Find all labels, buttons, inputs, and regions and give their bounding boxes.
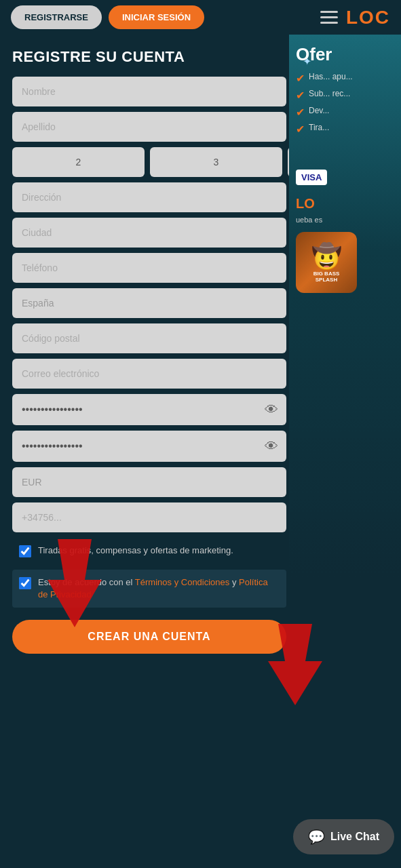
city-input[interactable]	[12, 218, 286, 248]
marketing-label: Tiradas gratis, compensas y ofertas de m…	[38, 545, 233, 557]
address-input[interactable]	[12, 182, 286, 212]
offer-item-3: ✔ Dev...	[296, 106, 394, 119]
surname-input[interactable]	[12, 112, 286, 142]
offer-text-1: Has... apu...	[309, 72, 353, 81]
terms-checkbox-row: Estoy de acuerdo con el Términos y Condi…	[12, 570, 286, 608]
live-chat-button[interactable]: 💬 Live Chat	[293, 819, 394, 854]
phone-input[interactable]	[12, 253, 286, 283]
game-thumb-label: BIG BASSSPLASH	[311, 271, 342, 283]
offer-item-2: ✔ Sub... rec...	[296, 89, 394, 102]
main-container: REGISTRE SU CUENTA 👁 👁 Tiradas gratis, c…	[0, 35, 401, 667]
offer-title: Ofer	[296, 44, 394, 65]
check-icon-3: ✔	[296, 106, 305, 119]
month-input[interactable]	[150, 147, 282, 177]
promo-input[interactable]	[12, 502, 286, 532]
confirm-password-toggle-icon[interactable]: 👁	[265, 439, 278, 454]
offer-text-4: Tira...	[309, 123, 329, 132]
check-icon-4: ✔	[296, 123, 305, 136]
password-field-container: 👁	[12, 394, 286, 425]
password-toggle-icon[interactable]: 👁	[265, 402, 278, 418]
offer-text-3: Dev...	[309, 106, 329, 115]
game-thumbnail[interactable]: 🤠 BIG BASSSPLASH	[296, 232, 357, 293]
payment-area: VISA	[289, 163, 401, 192]
offer-item-4: ✔ Tira...	[296, 123, 394, 136]
header-right: LOC	[320, 7, 390, 28]
header-buttons: REGISTRARSE INICIAR SESIÓN	[11, 5, 204, 29]
postal-input[interactable]	[12, 323, 286, 353]
promo-title: LO	[289, 192, 401, 216]
visa-badge: VISA	[296, 170, 327, 185]
check-icon-2: ✔	[296, 89, 305, 102]
confirm-password-input[interactable]	[12, 431, 286, 462]
date-row	[12, 147, 286, 177]
create-account-button[interactable]: CREAR UNA CUENTA	[12, 620, 286, 654]
login-button[interactable]: INICIAR SESIÓN	[109, 5, 204, 29]
terms-link[interactable]: Términos y Condiciones	[135, 577, 229, 587]
hamburger-menu[interactable]	[320, 11, 338, 24]
password-input[interactable]	[12, 394, 286, 425]
logo: LOC	[346, 7, 390, 28]
registration-form: REGISTRE SU CUENTA 👁 👁 Tiradas gratis, c…	[0, 35, 299, 667]
marketing-checkbox[interactable]	[19, 545, 31, 557]
live-chat-label: Live Chat	[330, 831, 379, 843]
right-panel: ✦ Ofer ✔ Has... apu... ✔ Sub... rec... ✔…	[289, 35, 401, 577]
terms-checkbox[interactable]	[19, 577, 31, 589]
check-icon-1: ✔	[296, 72, 305, 85]
currency-input[interactable]	[12, 467, 286, 497]
chat-icon: 💬	[308, 829, 325, 845]
offer-text-2: Sub... rec...	[309, 89, 350, 98]
terms-label: Estoy de acuerdo con el Términos y Condi…	[38, 576, 280, 601]
register-button[interactable]: REGISTRARSE	[11, 5, 102, 29]
offer-item-1: ✔ Has... apu...	[296, 72, 394, 85]
offer-section: Ofer ✔ Has... apu... ✔ Sub... rec... ✔ D…	[289, 35, 401, 149]
promo-subtitle: ueba es	[289, 216, 401, 228]
page-title: REGISTRE SU CUENTA	[12, 48, 286, 66]
country-input[interactable]	[12, 288, 286, 318]
email-input[interactable]	[12, 359, 286, 389]
game-thumb-inner: 🤠 BIG BASSSPLASH	[311, 242, 342, 283]
name-input[interactable]	[12, 77, 286, 106]
day-input[interactable]	[12, 147, 145, 177]
header: REGISTRARSE INICIAR SESIÓN LOC	[0, 0, 401, 35]
marketing-checkbox-row: Tiradas gratis, compensas y ofertas de m…	[12, 538, 286, 564]
confirm-password-field-container: 👁	[12, 431, 286, 462]
